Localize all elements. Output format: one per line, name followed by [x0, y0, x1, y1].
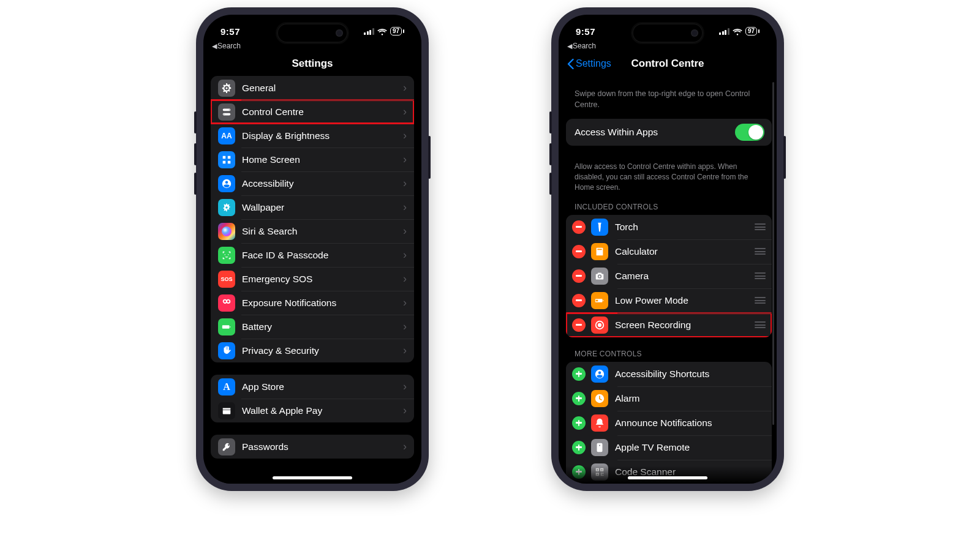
chevron-right-icon: › [403, 320, 407, 333]
privacy-icon [218, 342, 235, 359]
drag-handle-icon[interactable] [755, 223, 766, 230]
settings-row-wallet[interactable]: Wallet & Apple Pay› [211, 399, 414, 422]
navbar: Settings Control Centre [559, 53, 777, 75]
back-to-search[interactable]: ◀Search [567, 42, 596, 50]
settings-row-general[interactable]: General› [211, 76, 414, 100]
battery-indicator: 97 [390, 27, 404, 36]
chevron-right-icon: › [403, 201, 407, 214]
remove-button[interactable] [572, 294, 586, 307]
lpm-icon [591, 292, 608, 309]
settings-row-appstore[interactable]: AApp Store› [211, 375, 414, 399]
row-label: Accessibility [242, 178, 403, 189]
settings-list[interactable]: General›Control Centre›AADisplay & Brigh… [203, 76, 421, 484]
add-button[interactable] [572, 367, 586, 381]
control-label: Low Power Mode [615, 295, 755, 306]
chevron-left-icon [567, 59, 574, 69]
row-label: Passwords [242, 441, 403, 452]
settings-row-access[interactable]: Accessibility› [211, 171, 414, 195]
drag-handle-icon[interactable] [755, 297, 766, 304]
add-button[interactable] [572, 392, 586, 405]
control-label: Announce Notifications [615, 418, 766, 429]
more-announce[interactable]: Announce Notifications [566, 411, 772, 435]
drag-handle-icon[interactable] [755, 272, 766, 279]
controlcentre-content[interactable]: Swipe down from the top-right edge to op… [559, 76, 777, 484]
settings-row-cc[interactable]: Control Centre› [211, 100, 414, 124]
included-calc[interactable]: Calculator [566, 239, 772, 264]
toggle-label: Access Within Apps [575, 127, 735, 138]
chevron-right-icon: › [403, 296, 407, 309]
control-label: Camera [615, 271, 755, 282]
row-label: Wallpaper [242, 202, 403, 213]
add-button[interactable] [572, 465, 586, 479]
drag-handle-icon[interactable] [755, 248, 766, 255]
appstore-icon: A [218, 378, 235, 395]
expose-icon [218, 294, 235, 312]
battery-icon [218, 318, 235, 335]
remove-button[interactable] [572, 245, 586, 258]
remove-button[interactable] [572, 220, 586, 234]
sos-icon: SOS [218, 271, 235, 288]
settings-row-home[interactable]: Home Screen› [211, 148, 414, 171]
row-label: Control Centre [242, 107, 403, 118]
calc-icon [591, 243, 608, 260]
settings-row-battery[interactable]: Battery› [211, 315, 414, 339]
included-header: Included Controls [566, 203, 772, 215]
back-button[interactable]: Settings [567, 58, 611, 69]
included-camera[interactable]: Camera [566, 264, 772, 288]
remove-button[interactable] [572, 269, 586, 283]
settings-row-wall[interactable]: Wallpaper› [211, 195, 414, 219]
settings-row-expose[interactable]: Exposure Notifications› [211, 291, 414, 315]
home-indicator[interactable] [273, 476, 352, 479]
settings-row-faceid[interactable]: Face ID & Passcode› [211, 243, 414, 267]
more-accsc[interactable]: Accessibility Shortcuts [566, 362, 772, 386]
more-atvr[interactable]: Apple TV Remote [566, 435, 772, 460]
access-within-apps-row: Access Within Apps [566, 119, 772, 146]
wifi-icon [377, 28, 387, 35]
passwords-icon [218, 438, 235, 455]
page-title: Control Centre [631, 58, 704, 70]
scrollbar[interactable] [772, 82, 774, 425]
control-label: Calculator [615, 246, 755, 257]
row-label: Home Screen [242, 154, 403, 165]
chevron-right-icon: › [403, 177, 407, 190]
control-label: Torch [615, 222, 755, 233]
control-label: Screen Recording [615, 320, 755, 331]
wifi-icon [733, 28, 742, 35]
torch-icon [591, 219, 608, 236]
access-caption: Allow access to Control Centre within ap… [566, 158, 772, 202]
add-button[interactable] [572, 441, 586, 454]
chevron-right-icon: › [403, 272, 407, 285]
settings-row-passwords[interactable]: Passwords› [211, 435, 414, 459]
wallet-icon [218, 402, 235, 419]
row-label: Face ID & Passcode [242, 250, 403, 261]
status-time: 9:57 [221, 26, 240, 37]
row-label: Privacy & Security [242, 345, 403, 356]
add-button[interactable] [572, 416, 586, 430]
more-alarm[interactable]: Alarm [566, 386, 772, 411]
home-indicator[interactable] [628, 476, 707, 479]
settings-row-display[interactable]: AADisplay & Brightness› [211, 124, 414, 148]
back-to-search[interactable]: ◀Search [212, 42, 241, 50]
settings-row-sos[interactable]: SOSEmergency SOS› [211, 267, 414, 291]
included-lpm[interactable]: Low Power Mode [566, 288, 772, 313]
alarm-icon [591, 390, 608, 407]
chevron-right-icon: › [403, 344, 407, 357]
settings-row-siri[interactable]: Siri & Search› [211, 219, 414, 243]
intro-text: Swipe down from the top-right edge to op… [566, 76, 772, 119]
chevron-right-icon: › [403, 153, 407, 166]
settings-row-privacy[interactable]: Privacy & Security› [211, 339, 414, 362]
included-torch[interactable]: Torch [566, 215, 772, 239]
chevron-right-icon: › [403, 81, 407, 94]
home-icon [218, 151, 235, 168]
remove-button[interactable] [572, 318, 586, 332]
access-toggle[interactable] [735, 124, 764, 141]
drag-handle-icon[interactable] [755, 321, 766, 328]
cellular-icon [719, 28, 729, 35]
more-codesc[interactable]: Code Scanner [566, 460, 772, 484]
control-label: Apple TV Remote [615, 442, 766, 453]
battery-indicator: 97 [745, 27, 760, 36]
included-screc[interactable]: Screen Recording [566, 313, 772, 337]
phone-frame-right: 9:57 97 ◀Search Settings Control Ce [551, 7, 784, 491]
svg-point-1 [598, 323, 601, 326]
control-label: Alarm [615, 393, 766, 404]
